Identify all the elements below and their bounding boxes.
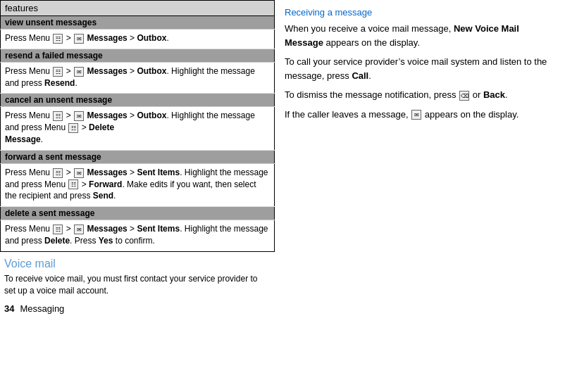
messages-icon: ✉ xyxy=(74,111,84,121)
paragraph-4: If the caller leaves a message, ✉ appear… xyxy=(285,108,555,122)
section-forward: forward a sent message xyxy=(1,150,275,163)
voicemail-title: Voice mail xyxy=(4,258,271,270)
messages-icon: ✉ xyxy=(74,168,84,178)
content-resend: Press Menu ☷ > ✉ Messages > Outbox. High… xyxy=(1,62,275,94)
menu-icon: ☷ xyxy=(53,34,63,44)
sent-items-label: Sent Items xyxy=(137,167,180,177)
send-label: Send xyxy=(93,191,113,201)
left-column: features view unsent messages Press Menu… xyxy=(0,0,275,392)
back-label: Back xyxy=(483,89,505,100)
menu-icon: ☷ xyxy=(53,67,63,77)
outbox-label: Outbox xyxy=(137,66,166,76)
page-footer: 34 Messaging xyxy=(0,299,275,318)
new-voice-mail-label: New Voice Mail Message xyxy=(285,23,519,48)
content-cell: Press Menu ☷ > ✉ Messages > Outbox. High… xyxy=(1,62,275,94)
content-cell: Press Menu ☷ > ✉ Messages > Sent Items. … xyxy=(1,163,275,206)
content-cancel-unsent: Press Menu ☷ > ✉ Messages > Outbox. High… xyxy=(1,107,275,150)
menu-icon: ☷ xyxy=(53,225,63,234)
messages-label: Messages xyxy=(87,167,127,177)
table-header-cell: features xyxy=(1,1,275,16)
section-delete-sent: delete a sent message xyxy=(1,207,275,220)
menu-icon: ☷ xyxy=(53,111,63,121)
content-cell: Press Menu ☷ > ✉ Messages > Sent Items. … xyxy=(1,220,275,252)
section-label: resend a failed message xyxy=(1,49,275,62)
messages-label: Messages xyxy=(87,66,127,76)
call-label: Call xyxy=(352,70,368,81)
menu-icon2: ☷ xyxy=(68,123,78,133)
forward-label: Forward xyxy=(89,179,122,189)
delete-label: Delete xyxy=(44,236,70,246)
sent-items-label: Sent Items xyxy=(137,224,180,234)
content-cell: Press Menu ☷ > ✉ Messages > Outbox. High… xyxy=(1,107,275,150)
section-view-unsent: view unsent messages xyxy=(1,16,275,30)
messages-icon: ✉ xyxy=(74,67,84,77)
page-number: 34 xyxy=(4,303,14,314)
messages-icon: ✉ xyxy=(74,34,84,44)
section-cancel-unsent: cancel an unsent message xyxy=(1,94,275,107)
content-cell: Press Menu ☷ > ✉ Messages > Outbox. xyxy=(1,30,275,49)
dismiss-icon: ⌫ xyxy=(459,91,469,101)
content-forward: Press Menu ☷ > ✉ Messages > Sent Items. … xyxy=(1,163,275,206)
table-header-row: features xyxy=(1,1,275,16)
messages-icon: ✉ xyxy=(74,225,84,234)
section-label: cancel an unsent message xyxy=(1,94,275,107)
receiving-message-title: Receiving a message xyxy=(285,7,555,18)
voicemail-description: To receive voice mail, you must first co… xyxy=(4,273,271,297)
voicemail-indicator-icon: ✉ xyxy=(411,110,421,120)
paragraph-1: When you receive a voice mail message, N… xyxy=(285,22,555,49)
menu-icon: ☷ xyxy=(53,168,63,178)
paragraph-3: To dismiss the message notification, pre… xyxy=(285,88,555,102)
outbox-label: Outbox xyxy=(137,110,166,120)
content-view-unsent: Press Menu ☷ > ✉ Messages > Outbox. xyxy=(1,30,275,49)
section-resend: resend a failed message xyxy=(1,49,275,62)
resend-label: Resend xyxy=(44,78,75,88)
content-delete-sent: Press Menu ☷ > ✉ Messages > Sent Items. … xyxy=(1,220,275,252)
section-label: forward a sent message xyxy=(1,150,275,163)
paragraph-2: To call your service provider’s voice ma… xyxy=(285,55,555,82)
voicemail-section: Voice mail To receive voice mail, you mu… xyxy=(0,252,275,300)
right-column: Receiving a message When you receive a v… xyxy=(275,0,565,392)
section-label: view unsent messages xyxy=(1,16,275,30)
section-label: delete a sent message xyxy=(1,207,275,220)
menu-icon2: ☷ xyxy=(68,179,78,189)
messages-label: Messages xyxy=(87,110,127,120)
messages-label: Messages xyxy=(87,33,127,43)
delete-message-label: DeleteMessage xyxy=(5,122,114,144)
yes-label: Yes xyxy=(99,236,113,246)
messages-label: Messages xyxy=(87,224,127,234)
features-table: features view unsent messages Press Menu… xyxy=(0,0,275,252)
outbox-label: Outbox xyxy=(137,33,166,43)
page-label: Messaging xyxy=(20,303,64,314)
